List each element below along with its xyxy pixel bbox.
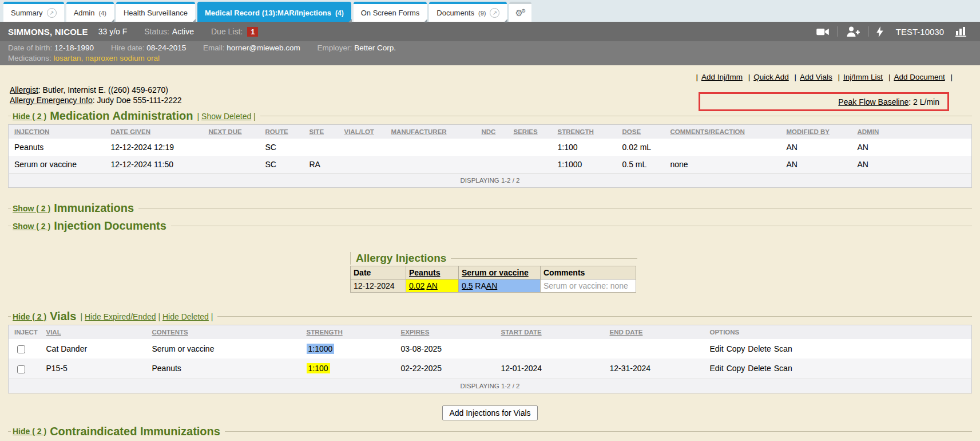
cell-strength: 1:1000 — [305, 339, 399, 359]
col-expires[interactable]: EXPIRES — [399, 325, 499, 340]
copy-link[interactable]: Copy — [727, 364, 745, 373]
col-end-date[interactable]: END DATE — [608, 325, 708, 340]
col-strength[interactable]: STRENGTH — [305, 325, 399, 340]
col-modified-by[interactable]: MODIFIED BY — [785, 125, 856, 139]
peak-flow-annotation-box: Peak Flow Baseline: 2 L/min — [699, 92, 949, 111]
serum-site: RA — [475, 281, 486, 290]
edit-link[interactable]: Edit — [710, 364, 724, 373]
allergist-link[interactable]: Allergist — [10, 85, 38, 94]
cell-route: SC — [264, 139, 308, 156]
cell-comments — [669, 139, 785, 156]
col-ndc[interactable]: NDC — [480, 125, 512, 139]
col-vial-lot[interactable]: VIAL/LOT — [343, 125, 390, 139]
col-admin[interactable]: ADMIN — [856, 125, 972, 139]
popout-arrow-icon[interactable]: ↗ — [47, 8, 57, 18]
tab-medical-record[interactable]: Medical Record (13):MAR/Injections (4) — [197, 2, 351, 22]
serum-column-link[interactable]: Serum or vaccine — [462, 268, 529, 277]
scan-link[interactable]: Scan — [774, 364, 792, 373]
peanuts-dose-link[interactable]: 0.02 — [409, 281, 424, 290]
peak-flow-baseline-link[interactable]: Peak Flow Baseline — [838, 97, 908, 107]
quick-add-link[interactable]: Quick Add — [753, 73, 789, 81]
col-manufacturer[interactable]: MANUFACTURER — [390, 125, 480, 139]
serum-admin-link[interactable]: AN — [486, 281, 497, 290]
hide-expired-ended-link[interactable]: Hide Expired/Ended — [85, 312, 156, 321]
vials-hide-link[interactable]: Hide ( 2 ) — [13, 312, 46, 321]
table-row: P15-5 Peanuts 1:100 02-22-2025 12-01-202… — [9, 359, 972, 379]
delete-link[interactable]: Delete — [748, 364, 771, 373]
injection-documents-show-link[interactable]: Show ( 2 ) — [13, 222, 50, 231]
copy-link[interactable]: Copy — [727, 344, 745, 353]
cell-ndc — [480, 139, 512, 156]
allergy-emergency-info-link[interactable]: Allergy Emergency Info — [10, 96, 93, 105]
col-series[interactable]: SERIES — [512, 125, 556, 139]
col-injection[interactable]: INJECTION — [9, 125, 109, 139]
med-admin-hide-link[interactable]: Hide ( 2 ) — [13, 112, 46, 121]
due-list-badge[interactable]: 1 — [247, 27, 258, 37]
col-start-date[interactable]: START DATE — [499, 325, 608, 340]
allergy-injections-section: Allergy Injections Date Peanuts Serum or… — [350, 252, 637, 293]
medication-link-naproxen[interactable]: naproxen sodium oral — [85, 54, 160, 62]
vial-checkbox[interactable] — [17, 365, 25, 373]
allergist-value: Butler, Internist E. ((260) 459-6270) — [43, 85, 168, 94]
patient-details-bar: Date of birth: 12-18-1990 Hire date: 08-… — [0, 41, 980, 53]
col-date-given[interactable]: DATE GIVEN — [109, 125, 207, 139]
col-dose[interactable]: DOSE — [621, 125, 669, 139]
add-inj-imm-link[interactable]: Add Inj/Imm — [701, 73, 743, 81]
vials-header: Hide ( 2 ) Vials | Hide Expired/Ended | … — [8, 310, 972, 323]
injection-documents-title: Injection Documents — [54, 219, 166, 233]
med-admin-title: Medication Administration — [50, 109, 193, 123]
add-document-link[interactable]: Add Document — [894, 73, 945, 81]
cell-dose: 0.5 mL — [621, 156, 669, 174]
inj-imm-list-link[interactable]: Inj/Imm List — [843, 73, 883, 81]
cell-modified-by: AN — [785, 139, 856, 156]
cell-strength: 1:100 — [556, 139, 621, 156]
serum-dose-link[interactable]: 0.5 — [462, 281, 473, 290]
immunizations-show-link[interactable]: Show ( 2 ) — [13, 204, 50, 213]
cell-date-given: 12-12-2024 11:50 — [109, 156, 207, 174]
tab-documents[interactable]: Documents (9) ↗ — [429, 2, 507, 22]
video-camera-icon[interactable] — [816, 27, 830, 36]
popout-arrow-icon[interactable]: ↗ — [490, 8, 499, 18]
pipe: | — [950, 73, 953, 81]
hide-deleted-link[interactable]: Hide Deleted — [162, 312, 209, 321]
peanuts-column-link[interactable]: Peanuts — [409, 268, 440, 277]
status-value: Active — [172, 27, 194, 36]
col-vial[interactable]: VIAL — [45, 325, 150, 340]
col-contents[interactable]: CONTENTS — [150, 325, 305, 340]
table-footer: DISPLAYING 1-2 / 2 — [9, 379, 972, 393]
col-route[interactable]: ROUTE — [264, 125, 308, 139]
medications-label: Medications: — [8, 54, 51, 62]
peak-flow-value: 2 L/min — [913, 97, 939, 107]
tab-health-surveillance[interactable]: Health Surveillance — [116, 2, 195, 22]
med-admin-show-deleted: | Show Deleted | — [197, 112, 256, 121]
medication-link-losartan[interactable]: losartan — [54, 54, 81, 62]
scan-link[interactable]: Scan — [774, 344, 792, 353]
gears-icon-small: ⚙ — [521, 8, 526, 14]
col-site[interactable]: SITE — [308, 125, 343, 139]
cell-modified-by: AN — [785, 156, 856, 174]
col-next-due[interactable]: NEXT DUE — [207, 125, 264, 139]
contraindicated-hide-link[interactable]: Hide ( 2 ) — [13, 427, 46, 436]
table-footer: DISPLAYING 1-2 / 2 — [9, 174, 972, 188]
tab-settings[interactable]: ⚙⚙ — [509, 2, 531, 22]
contraindicated-immunizations-header: Hide ( 2 ) Contraindicated Immunizations — [8, 425, 972, 438]
cell-expires: 02-22-2025 — [399, 359, 499, 379]
vial-checkbox[interactable] — [17, 345, 25, 353]
tab-admin[interactable]: Admin (4) — [66, 2, 114, 22]
col-strength[interactable]: STRENGTH — [556, 125, 621, 139]
add-vials-link[interactable]: Add Vials — [800, 73, 832, 81]
delete-link[interactable]: Delete — [748, 344, 771, 353]
table-row: Peanuts 12-12-2024 12:19 SC 1:100 0.02 m… — [9, 139, 972, 156]
cell-manufacturer — [390, 139, 480, 156]
bar-chart-icon[interactable] — [955, 26, 967, 37]
tab-summary[interactable]: Summary ↗ — [3, 2, 64, 22]
contraindicated-title: Contraindicated Immunizations — [50, 425, 220, 438]
add-injections-for-vials-button[interactable]: Add Injections for Vials — [442, 405, 537, 420]
peanuts-admin-link[interactable]: AN — [426, 281, 437, 290]
show-deleted-link[interactable]: Show Deleted — [201, 112, 251, 121]
col-comments-reaction[interactable]: COMMENTS/REACTION — [669, 125, 785, 139]
tab-on-screen-forms[interactable]: On Screen Forms — [354, 2, 427, 22]
lightning-bolt-icon[interactable] — [876, 26, 883, 37]
edit-link[interactable]: Edit — [710, 344, 724, 353]
person-plus-icon[interactable] — [846, 26, 860, 37]
